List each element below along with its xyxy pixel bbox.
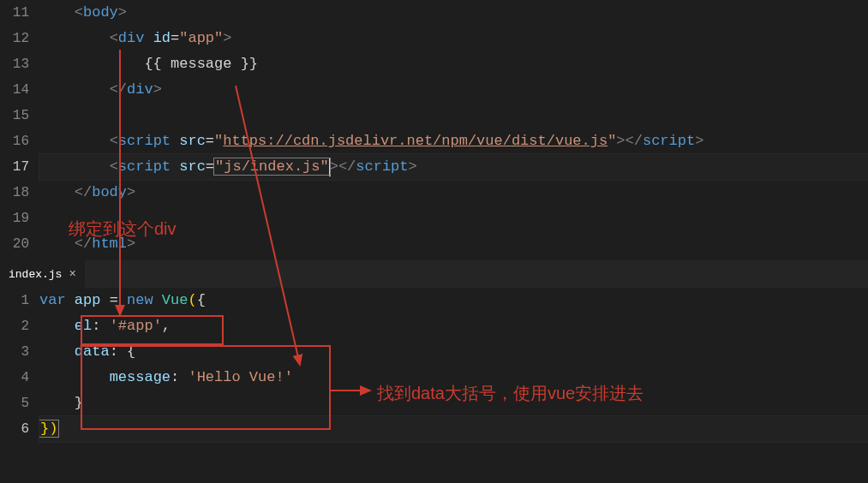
code-line[interactable]: <body> bbox=[39, 0, 868, 26]
code-line[interactable]: }) bbox=[39, 416, 868, 442]
bottom-editor-pane: index.js × 123456 var app = new Vue({ el… bbox=[0, 260, 868, 483]
code-token: < bbox=[75, 4, 83, 21]
top-gutter: 11121314151617181920 bbox=[0, 0, 39, 257]
code-token: { bbox=[197, 292, 206, 308]
code-token: body bbox=[83, 4, 118, 21]
bottom-code-area[interactable]: 123456 var app = new Vue({ el: '#app', d… bbox=[0, 288, 868, 442]
line-number: 4 bbox=[0, 365, 29, 391]
line-number: 12 bbox=[0, 26, 29, 51]
code-token: ></ bbox=[616, 133, 643, 149]
code-token bbox=[179, 369, 188, 385]
code-token bbox=[144, 30, 153, 46]
line-number: 5 bbox=[0, 391, 29, 416]
code-line[interactable]: } bbox=[39, 391, 868, 416]
code-line[interactable]: <script src="js/index.js"></script> bbox=[39, 154, 868, 180]
code-token: src bbox=[179, 158, 206, 175]
code-line[interactable]: <script src="https://cdn.jsdelivr.net/np… bbox=[39, 128, 868, 154]
line-number: 19 bbox=[0, 206, 29, 231]
code-line[interactable]: </div> bbox=[39, 77, 868, 103]
code-token: : bbox=[110, 343, 118, 360]
code-token: el bbox=[75, 318, 92, 334]
code-token: https://cdn.jsdelivr.net/npm/vue/dist/vu… bbox=[223, 133, 608, 149]
close-icon[interactable]: × bbox=[69, 268, 75, 280]
line-number: 11 bbox=[0, 0, 29, 26]
line-number: 15 bbox=[0, 103, 29, 128]
code-line[interactable]: <div id="app"> bbox=[39, 26, 868, 51]
code-token: body bbox=[92, 184, 127, 200]
code-token: > bbox=[409, 158, 417, 175]
code-token: = bbox=[171, 30, 179, 46]
code-token: html bbox=[92, 236, 127, 252]
code-token: </ bbox=[75, 236, 92, 252]
code-token: " bbox=[608, 133, 616, 149]
line-number: 13 bbox=[0, 51, 29, 77]
code-token: > bbox=[127, 236, 135, 252]
code-token: > bbox=[695, 133, 703, 149]
tab-filename: index.js bbox=[9, 268, 62, 281]
code-token bbox=[118, 292, 127, 308]
code-token: "app" bbox=[179, 30, 223, 46]
code-token: > bbox=[223, 30, 231, 46]
code-token: script bbox=[643, 133, 695, 149]
code-token: : bbox=[171, 369, 179, 385]
code-token: src bbox=[179, 133, 206, 149]
code-token bbox=[171, 133, 179, 149]
line-number: 2 bbox=[0, 313, 29, 339]
code-token: 'Hello Vue!' bbox=[188, 369, 292, 385]
code-line[interactable]: </body> bbox=[39, 180, 868, 206]
bottom-gutter: 123456 bbox=[0, 288, 39, 442]
code-line[interactable]: el: '#app', bbox=[39, 313, 868, 339]
code-token: {{ message }} bbox=[144, 56, 258, 72]
line-number: 3 bbox=[0, 339, 29, 365]
code-token: id bbox=[153, 30, 171, 46]
code-token: Vue bbox=[162, 292, 189, 308]
code-token: : bbox=[92, 318, 100, 334]
code-line[interactable] bbox=[39, 103, 868, 128]
code-token: message bbox=[110, 369, 171, 385]
code-token: , bbox=[162, 318, 171, 334]
top-code[interactable]: <body> <div id="app"> {{ message }} </di… bbox=[39, 0, 868, 257]
code-token bbox=[100, 292, 109, 308]
code-line[interactable] bbox=[39, 206, 868, 231]
code-token bbox=[100, 318, 109, 334]
code-token: }) bbox=[39, 420, 58, 437]
code-token: " bbox=[214, 133, 223, 149]
code-token bbox=[153, 292, 162, 308]
line-number: 20 bbox=[0, 231, 29, 257]
code-token: script bbox=[118, 158, 171, 175]
code-token: > bbox=[127, 184, 135, 200]
bottom-code[interactable]: var app = new Vue({ el: '#app', data: { … bbox=[39, 288, 868, 442]
line-number: 17 bbox=[0, 154, 29, 180]
code-line[interactable]: var app = new Vue({ bbox=[39, 288, 868, 313]
code-token: var bbox=[39, 292, 66, 308]
tab-index-js[interactable]: index.js × bbox=[0, 260, 86, 288]
top-editor-pane: 11121314151617181920 <body> <div id="app… bbox=[0, 0, 868, 260]
code-token: script bbox=[356, 158, 408, 175]
tab-bar: index.js × bbox=[0, 260, 868, 288]
code-token: ></ bbox=[330, 158, 356, 175]
code-token: > bbox=[118, 4, 127, 21]
code-token: } bbox=[75, 395, 83, 411]
code-token bbox=[118, 343, 127, 360]
code-token: data bbox=[75, 343, 110, 360]
code-token: > bbox=[153, 81, 162, 98]
code-token: = bbox=[206, 133, 214, 149]
top-code-area[interactable]: 11121314151617181920 <body> <div id="app… bbox=[0, 0, 868, 257]
code-line[interactable]: message: 'Hello Vue!' bbox=[39, 365, 868, 391]
code-token: < bbox=[110, 158, 118, 175]
code-token: div bbox=[127, 81, 153, 98]
code-line[interactable]: </html> bbox=[39, 231, 868, 257]
code-token bbox=[171, 158, 179, 175]
line-number: 1 bbox=[0, 288, 29, 313]
code-token: div bbox=[118, 30, 145, 46]
code-token: new bbox=[127, 292, 153, 308]
code-token: ( bbox=[188, 292, 196, 308]
code-line[interactable]: {{ message }} bbox=[39, 51, 868, 77]
code-token: script bbox=[118, 133, 171, 149]
code-line[interactable]: data: { bbox=[39, 339, 868, 365]
code-token: { bbox=[127, 343, 135, 360]
code-token bbox=[66, 292, 75, 308]
line-number: 6 bbox=[0, 416, 29, 442]
line-number: 16 bbox=[0, 128, 29, 154]
code-token: = bbox=[206, 158, 214, 175]
